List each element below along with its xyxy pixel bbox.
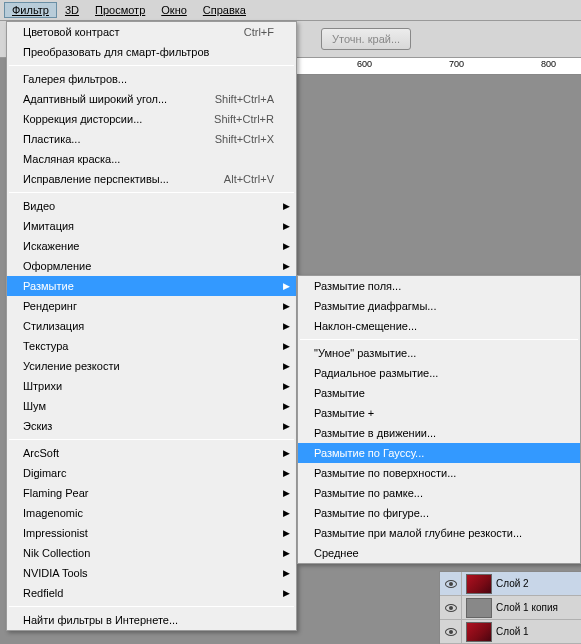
submenu-item[interactable]: Размытие поля...: [298, 276, 580, 296]
menu-item[interactable]: Найти фильтры в Интернете...: [7, 610, 296, 630]
menu-separator: [9, 439, 294, 440]
submenu-arrow-icon: ▶: [283, 548, 290, 558]
menu-item-label: Исправление перспективы...: [23, 173, 224, 185]
ruler-tick: 800: [541, 59, 556, 69]
menu-item-label: Преобразовать для смарт-фильтров: [23, 46, 274, 58]
menubar-item-window[interactable]: Окно: [153, 2, 195, 18]
menubar-item-help[interactable]: Справка: [195, 2, 254, 18]
menu-item[interactable]: Искажение▶: [7, 236, 296, 256]
submenu-item[interactable]: Среднее: [298, 543, 580, 563]
menu-item[interactable]: Imagenomic▶: [7, 503, 296, 523]
menu-item-label: Шум: [23, 400, 274, 412]
submenu-item[interactable]: "Умное" размытие...: [298, 343, 580, 363]
menu-item[interactable]: Пластика...Shift+Ctrl+X: [7, 129, 296, 149]
menu-item[interactable]: Стилизация▶: [7, 316, 296, 336]
submenu-arrow-icon: ▶: [283, 241, 290, 251]
menu-item-label: Найти фильтры в Интернете...: [23, 614, 274, 626]
submenu-arrow-icon: ▶: [283, 281, 290, 291]
menu-item[interactable]: Усиление резкости▶: [7, 356, 296, 376]
refine-edge-button[interactable]: Уточн. край...: [321, 28, 411, 50]
submenu-arrow-icon: ▶: [283, 421, 290, 431]
submenu-item[interactable]: Размытие в движении...: [298, 423, 580, 443]
submenu-item[interactable]: Размытие по поверхности...: [298, 463, 580, 483]
menu-item[interactable]: Имитация▶: [7, 216, 296, 236]
menubar-item-3d[interactable]: 3D: [57, 2, 87, 18]
menu-item[interactable]: Масляная краска...: [7, 149, 296, 169]
menu-item-label: Адаптивный широкий угол...: [23, 93, 215, 105]
layer-row[interactable]: Слой 1: [440, 620, 581, 644]
horizontal-ruler: 600 700 800: [297, 58, 581, 75]
submenu-item[interactable]: Радиальное размытие...: [298, 363, 580, 383]
layer-row[interactable]: Слой 1 копия: [440, 596, 581, 620]
menu-separator: [9, 65, 294, 66]
menu-item[interactable]: Галерея фильтров...: [7, 69, 296, 89]
filter-menu: Цветовой контрастCtrl+FПреобразовать для…: [6, 21, 297, 631]
blur-submenu: Размытие поля...Размытие диафрагмы...Нак…: [297, 275, 581, 564]
submenu-arrow-icon: ▶: [283, 261, 290, 271]
menu-item[interactable]: Исправление перспективы...Alt+Ctrl+V: [7, 169, 296, 189]
layer-visibility-toggle[interactable]: [440, 620, 462, 643]
menu-item[interactable]: Digimarc▶: [7, 463, 296, 483]
menubar: Фильтр 3D Просмотр Окно Справка: [0, 0, 581, 21]
submenu-arrow-icon: ▶: [283, 528, 290, 538]
menu-item[interactable]: Размытие▶: [7, 276, 296, 296]
submenu-arrow-icon: ▶: [283, 341, 290, 351]
menu-item[interactable]: ArcSoft▶: [7, 443, 296, 463]
layer-row[interactable]: Слой 2: [440, 572, 581, 596]
submenu-arrow-icon: ▶: [283, 508, 290, 518]
menu-item-label: Redfield: [23, 587, 274, 599]
menu-item-label: Имитация: [23, 220, 274, 232]
submenu-item-label: Размытие поля...: [314, 280, 558, 292]
menu-item[interactable]: Штрихи▶: [7, 376, 296, 396]
menu-item[interactable]: Оформление▶: [7, 256, 296, 276]
eye-icon: [445, 580, 457, 588]
menu-item[interactable]: Redfield▶: [7, 583, 296, 603]
menu-item-label: Impressionist: [23, 527, 274, 539]
menu-item[interactable]: Текстура▶: [7, 336, 296, 356]
menu-item[interactable]: Преобразовать для смарт-фильтров: [7, 42, 296, 62]
submenu-item[interactable]: Размытие +: [298, 403, 580, 423]
menu-item-label: Оформление: [23, 260, 274, 272]
menu-item-label: Усиление резкости: [23, 360, 274, 372]
submenu-item-label: Размытие в движении...: [314, 427, 558, 439]
ruler-tick: 700: [449, 59, 464, 69]
layer-visibility-toggle[interactable]: [440, 596, 462, 619]
submenu-item-label: Размытие: [314, 387, 558, 399]
menu-item-label: Flaming Pear: [23, 487, 274, 499]
menu-item[interactable]: Рендеринг▶: [7, 296, 296, 316]
submenu-item[interactable]: Размытие по фигуре...: [298, 503, 580, 523]
menu-item-label: Рендеринг: [23, 300, 274, 312]
menu-item[interactable]: Адаптивный широкий угол...Shift+Ctrl+A: [7, 89, 296, 109]
menu-item[interactable]: Flaming Pear▶: [7, 483, 296, 503]
submenu-item[interactable]: Наклон-смещение...: [298, 316, 580, 336]
submenu-item[interactable]: Размытие при малой глубине резкости...: [298, 523, 580, 543]
submenu-item[interactable]: Размытие: [298, 383, 580, 403]
menu-item-label: Текстура: [23, 340, 274, 352]
menu-item[interactable]: Nik Collection▶: [7, 543, 296, 563]
submenu-item-label: Размытие при малой глубине резкости...: [314, 527, 558, 539]
menu-item[interactable]: Эскиз▶: [7, 416, 296, 436]
submenu-item[interactable]: Размытие диафрагмы...: [298, 296, 580, 316]
menu-item-label: Масляная краска...: [23, 153, 274, 165]
menu-item[interactable]: Impressionist▶: [7, 523, 296, 543]
menu-item[interactable]: NVIDIA Tools▶: [7, 563, 296, 583]
menu-shortcut: Shift+Ctrl+A: [215, 93, 274, 105]
menu-item[interactable]: Цветовой контрастCtrl+F: [7, 22, 296, 42]
menu-item[interactable]: Коррекция дисторсии...Shift+Ctrl+R: [7, 109, 296, 129]
menu-item-label: Пластика...: [23, 133, 215, 145]
submenu-arrow-icon: ▶: [283, 568, 290, 578]
menu-item-label: Размытие: [23, 280, 274, 292]
menu-item[interactable]: Шум▶: [7, 396, 296, 416]
submenu-item[interactable]: Размытие по рамке...: [298, 483, 580, 503]
submenu-arrow-icon: ▶: [283, 381, 290, 391]
layer-visibility-toggle[interactable]: [440, 572, 462, 595]
menubar-item-view[interactable]: Просмотр: [87, 2, 153, 18]
submenu-item-label: Радиальное размытие...: [314, 367, 558, 379]
ruler-tick: 600: [357, 59, 372, 69]
submenu-arrow-icon: ▶: [283, 448, 290, 458]
menu-item[interactable]: Видео▶: [7, 196, 296, 216]
menubar-item-filter[interactable]: Фильтр: [4, 2, 57, 18]
submenu-item[interactable]: Размытие по Гауссу...: [298, 443, 580, 463]
menu-item-label: Искажение: [23, 240, 274, 252]
menu-item-label: Эскиз: [23, 420, 274, 432]
